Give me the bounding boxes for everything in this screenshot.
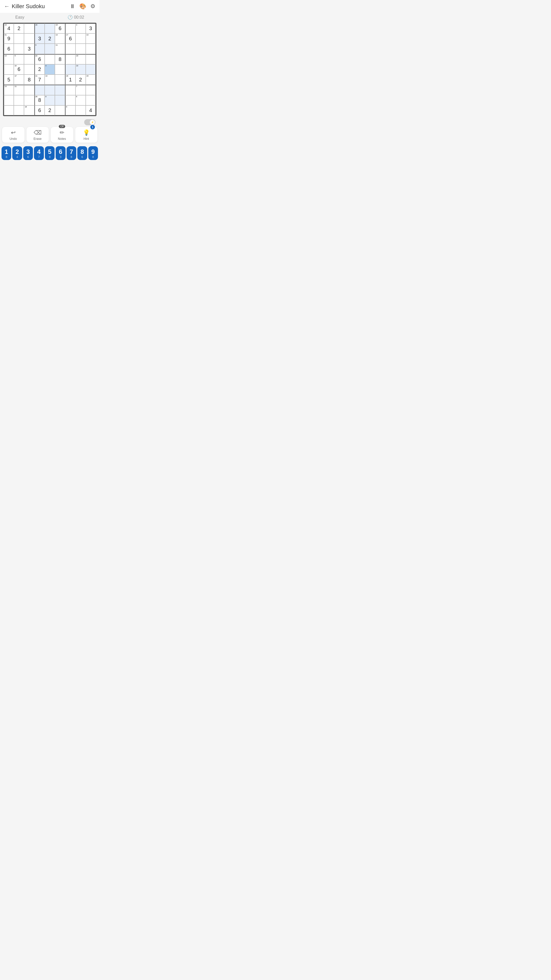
undo-button[interactable]: Undo	[2, 127, 24, 143]
table-row[interactable]	[86, 54, 96, 64]
table-row[interactable]: 2	[76, 75, 86, 85]
table-row[interactable]: 8	[65, 105, 75, 116]
back-button[interactable]	[4, 3, 10, 10]
table-row[interactable]	[86, 44, 96, 54]
table-row[interactable]: 2	[44, 105, 55, 116]
table-row[interactable]	[14, 105, 24, 116]
numpad-btn-6[interactable]: 63	[56, 146, 65, 160]
table-row[interactable]	[86, 95, 96, 105]
table-row[interactable]	[65, 64, 75, 75]
numpad-btn-9[interactable]: 98	[88, 146, 98, 160]
table-row[interactable]	[3, 64, 14, 75]
table-row[interactable]	[76, 44, 86, 54]
table-row[interactable]	[65, 54, 75, 64]
table-row[interactable]: 6	[76, 95, 86, 105]
table-row[interactable]: 13	[55, 33, 65, 44]
numpad-btn-7[interactable]: 78	[67, 146, 76, 160]
palette-button[interactable]	[79, 3, 86, 10]
table-row[interactable]: 17	[14, 75, 24, 85]
table-row[interactable]: 4	[76, 23, 86, 33]
hint-button[interactable]: 1 Hint	[75, 127, 98, 143]
table-row[interactable]: 13	[86, 33, 96, 44]
numpad-btn-8[interactable]: 86	[77, 146, 87, 160]
table-row[interactable]: 4	[44, 64, 55, 75]
table-row[interactable]	[65, 23, 75, 33]
table-row[interactable]	[44, 54, 55, 64]
sudoku-grid[interactable]: 1942201564331932131761363911135226819106…	[3, 23, 96, 116]
table-row[interactable]	[55, 85, 65, 95]
table-row[interactable]: 106	[14, 64, 24, 75]
table-row[interactable]	[76, 33, 86, 44]
table-row[interactable]: 11	[55, 44, 65, 54]
settings-button[interactable]	[90, 3, 95, 10]
table-row[interactable]: 20	[35, 23, 44, 33]
table-row[interactable]: 8	[55, 54, 65, 64]
table-row[interactable]: 226	[35, 54, 44, 64]
table-row[interactable]: 3	[35, 33, 44, 44]
numpad-btn-2[interactable]: 24	[12, 146, 22, 160]
table-row[interactable]: 8	[44, 95, 55, 105]
table-row[interactable]	[3, 95, 14, 105]
table-row[interactable]: 3	[24, 44, 34, 54]
table-row[interactable]	[24, 33, 34, 44]
table-row[interactable]: 14	[44, 75, 55, 85]
table-row[interactable]	[55, 105, 65, 116]
numpad-btn-3[interactable]: 36	[23, 146, 33, 160]
pause-button[interactable]	[70, 3, 75, 10]
table-row[interactable]: 156	[55, 23, 65, 33]
table-row[interactable]	[35, 85, 44, 95]
table-row[interactable]	[44, 44, 55, 54]
table-row[interactable]	[24, 23, 34, 33]
table-row[interactable]	[55, 95, 65, 105]
table-row[interactable]: 2	[35, 64, 44, 75]
table-row[interactable]: 161	[65, 75, 75, 85]
notes-button[interactable]: Off Notes	[51, 127, 73, 143]
table-row[interactable]	[86, 85, 96, 95]
table-row[interactable]: 13	[3, 85, 14, 95]
table-row[interactable]	[55, 64, 65, 75]
table-row[interactable]	[55, 75, 65, 85]
table-row[interactable]: 9	[35, 44, 44, 54]
table-row[interactable]	[24, 64, 34, 75]
table-row[interactable]: 319	[3, 33, 14, 44]
table-row[interactable]: 8	[24, 75, 34, 85]
table-row[interactable]: 288	[35, 95, 44, 105]
table-row[interactable]: 176	[65, 33, 75, 44]
numpad-btn-5[interactable]: 58	[45, 146, 55, 160]
table-row[interactable]	[14, 33, 24, 44]
table-row[interactable]: 6	[3, 44, 14, 54]
numpad-btn-1[interactable]: 18	[2, 146, 11, 160]
table-row[interactable]	[24, 85, 34, 95]
table-row[interactable]	[65, 44, 75, 54]
table-row[interactable]: 19	[76, 54, 86, 64]
table-row[interactable]: 11	[14, 85, 24, 95]
table-row[interactable]: 7	[76, 85, 86, 95]
table-row[interactable]	[14, 95, 24, 105]
table-row[interactable]	[24, 95, 34, 105]
table-row[interactable]: 2	[14, 23, 24, 33]
table-row[interactable]	[76, 105, 86, 116]
numpad-btn-4[interactable]: 47	[34, 146, 44, 160]
table-row[interactable]: 5	[14, 54, 24, 64]
table-row[interactable]: 2	[44, 33, 55, 44]
table-row[interactable]	[24, 54, 34, 64]
table-row[interactable]: 15	[86, 75, 96, 85]
table-row[interactable]: 5	[3, 75, 14, 85]
table-row[interactable]	[14, 44, 24, 54]
table-row[interactable]: 3	[86, 23, 96, 33]
table-row[interactable]: 13	[3, 54, 14, 64]
auto-check-toggle[interactable]: ⚡	[84, 119, 95, 125]
table-row[interactable]: 194	[3, 23, 14, 33]
table-row[interactable]	[3, 105, 14, 116]
table-row[interactable]: 16	[24, 105, 34, 116]
table-row[interactable]	[86, 64, 96, 75]
table-row[interactable]	[65, 95, 75, 105]
table-row[interactable]: 117	[35, 75, 44, 85]
table-row[interactable]: 4	[86, 105, 96, 116]
table-row[interactable]	[44, 23, 55, 33]
table-row[interactable]	[65, 85, 75, 95]
erase-button[interactable]: Erase	[27, 127, 49, 143]
table-row[interactable]: 6	[35, 105, 44, 116]
table-row[interactable]: 10	[76, 64, 86, 75]
table-row[interactable]	[44, 85, 55, 95]
